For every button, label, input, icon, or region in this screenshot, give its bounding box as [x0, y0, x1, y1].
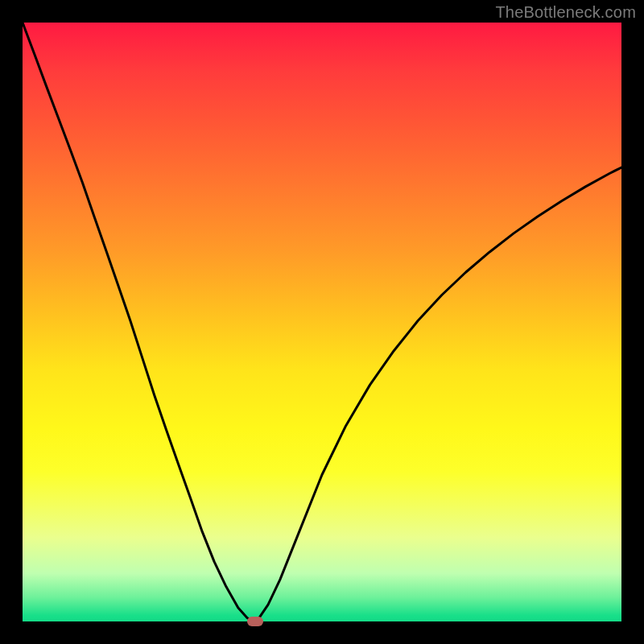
- chart-plot-area: [23, 23, 621, 621]
- watermark-text: TheBottleneck.com: [495, 3, 636, 22]
- bottleneck-curve: [23, 23, 621, 621]
- optimum-marker: [247, 617, 263, 626]
